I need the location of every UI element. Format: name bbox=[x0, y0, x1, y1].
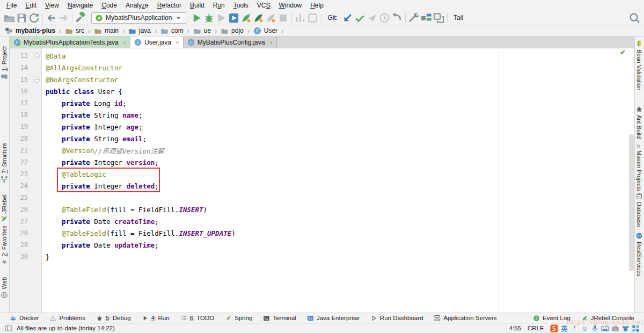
git-update-icon[interactable] bbox=[341, 12, 354, 24]
toolwindow-toggle-icon[interactable] bbox=[4, 324, 13, 332]
tool-stripe-database[interactable]: Database bbox=[635, 192, 643, 227]
tab-close-icon[interactable]: × bbox=[123, 39, 126, 46]
breadcrumb-pojo[interactable]: pojo bbox=[220, 27, 244, 35]
sync-settings-icon[interactable] bbox=[433, 12, 445, 24]
memory-disabled-icon[interactable] bbox=[306, 12, 319, 24]
menu-analyze[interactable]: Analyze bbox=[121, 1, 153, 10]
code-line[interactable]: @AllArgsConstructor bbox=[46, 62, 634, 74]
toolwindow-button-event-log[interactable]: 2Event Log bbox=[528, 315, 576, 322]
code-line[interactable]: private Date updateTime; bbox=[46, 239, 634, 251]
tool-stripe-1-project[interactable]: 1: Project bbox=[1, 46, 8, 81]
menu-run[interactable]: Run bbox=[209, 1, 229, 10]
save-icon[interactable] bbox=[16, 12, 28, 24]
debug-icon[interactable] bbox=[203, 12, 215, 24]
line-separator[interactable]: CRLF bbox=[528, 325, 544, 331]
menu-build[interactable]: Build bbox=[186, 1, 209, 10]
code-line[interactable]: private Date createTime; bbox=[46, 215, 634, 227]
code-line[interactable]: private Integer version; bbox=[46, 156, 634, 168]
folder-open-icon[interactable] bbox=[3, 12, 16, 24]
code-line[interactable]: @TableField(fill = FieldFill.INSERT) bbox=[46, 204, 634, 215]
tool-stripe-restservices[interactable]: RestServices bbox=[635, 232, 643, 277]
jrebel-run-icon[interactable] bbox=[240, 12, 252, 24]
tab-mybatisplusconfig-java[interactable]: CMyBatisPlusConfig.java× bbox=[184, 37, 277, 48]
code-line[interactable]: private Long id; bbox=[46, 97, 634, 109]
toolwindow-button-problems[interactable]: Problems bbox=[44, 315, 91, 322]
search-icon[interactable] bbox=[628, 12, 641, 24]
code-line[interactable]: @TableLogic bbox=[46, 168, 634, 180]
emoji-icon[interactable]: ☺ bbox=[581, 324, 589, 332]
tab-close-icon[interactable]: × bbox=[269, 39, 273, 46]
toolwindow-button-6-todo[interactable]: 6: TODO bbox=[175, 315, 220, 322]
code-line[interactable]: @Version//乐观锁Version注解 bbox=[46, 144, 634, 156]
menu-file[interactable]: File bbox=[2, 1, 21, 10]
toolwindow-button-run-dashboard[interactable]: Run Dashboard bbox=[365, 315, 429, 322]
code-line[interactable]: public class User { bbox=[46, 85, 634, 97]
run-icon[interactable] bbox=[191, 12, 203, 24]
git-revert-icon[interactable] bbox=[391, 12, 403, 24]
code-line[interactable]: @NoArgsConstructor bbox=[46, 74, 634, 85]
breadcrumb-com[interactable]: com bbox=[160, 27, 184, 35]
microphone-icon[interactable] bbox=[591, 324, 599, 332]
grid-icon[interactable] bbox=[632, 324, 640, 332]
breadcrumb-java[interactable]: java bbox=[128, 27, 151, 35]
toolwindow-button-docker[interactable]: Docker bbox=[4, 315, 44, 322]
code-line[interactable]: private String email; bbox=[46, 133, 634, 144]
run-disabled-icon[interactable] bbox=[215, 12, 228, 24]
toolbox-icon[interactable]: tu bbox=[611, 324, 619, 332]
menu-refactor[interactable]: Refactor bbox=[153, 1, 186, 10]
toolwindow-button-5-debug[interactable]: 5: Debug bbox=[91, 315, 136, 322]
menu-vcs[interactable]: VCS bbox=[253, 1, 275, 10]
code-line[interactable]: private String name; bbox=[46, 109, 634, 121]
coverage-icon[interactable] bbox=[228, 12, 240, 24]
git-history-disabled-icon[interactable] bbox=[378, 12, 391, 24]
tool-stripe-maven-projects[interactable]: mMaven Projects bbox=[635, 141, 643, 191]
code-line[interactable]: @TableField(fill = FieldFill.INSERT_UPDA… bbox=[46, 227, 634, 239]
menu-code[interactable]: Code bbox=[97, 1, 121, 10]
menu-view[interactable]: View bbox=[41, 1, 63, 10]
tool-stripe-7-structure[interactable]: 7: Structure bbox=[1, 143, 8, 183]
toolwindow-button-spring[interactable]: Spring bbox=[219, 315, 258, 322]
hammer-icon[interactable] bbox=[75, 12, 87, 24]
git-shelve-disabled-icon[interactable] bbox=[366, 12, 378, 24]
breadcrumb-src[interactable]: src bbox=[64, 27, 85, 35]
tool-stripe-bean-validation[interactable]: Bean Validation bbox=[635, 40, 643, 90]
keyboard-icon[interactable] bbox=[601, 324, 609, 332]
jrebel-disabled-icon[interactable] bbox=[265, 12, 277, 24]
stop-disabled-icon[interactable] bbox=[277, 12, 289, 24]
tab-mybatisplusapplicationtests-java[interactable]: CMybatisPlusApplicationTests.java× bbox=[10, 37, 130, 48]
code-pane[interactable]: @Data@AllArgsConstructor@NoArgsConstruct… bbox=[42, 48, 634, 313]
tool-stripe-web[interactable]: Web bbox=[1, 277, 8, 299]
menu-help[interactable]: Help bbox=[306, 1, 328, 10]
tool-stripe-ant-build[interactable]: Ant Build bbox=[635, 105, 643, 139]
breadcrumb-mybatis-plus[interactable]: mybatis-plus bbox=[4, 27, 56, 35]
skin-icon[interactable] bbox=[621, 324, 630, 332]
tool-stripe-jrebel[interactable]: JRebel bbox=[1, 194, 8, 222]
back-icon[interactable] bbox=[45, 12, 57, 24]
code-line[interactable]: } bbox=[46, 251, 634, 263]
menu-tools[interactable]: Tools bbox=[229, 1, 253, 10]
breadcrumb-user[interactable]: CUser bbox=[253, 27, 278, 35]
tab-user-java[interactable]: CUser.java× bbox=[130, 37, 183, 48]
lang-cn-icon[interactable]: 英 bbox=[560, 324, 568, 332]
profiler-disabled-icon[interactable] bbox=[294, 12, 306, 24]
toolwindow-button-terminal[interactable]: Terminal bbox=[258, 315, 301, 322]
jrebel-debug-icon[interactable] bbox=[252, 12, 265, 24]
fold-collapse-icon[interactable]: − bbox=[34, 53, 40, 59]
menu-navigate[interactable]: Navigate bbox=[63, 1, 97, 10]
refresh-icon[interactable] bbox=[28, 12, 40, 24]
forward-icon[interactable] bbox=[57, 12, 70, 24]
wrench-icon[interactable] bbox=[408, 12, 420, 24]
code-line[interactable]: private Integer age; bbox=[46, 121, 634, 133]
code-line[interactable] bbox=[46, 192, 634, 204]
run-configuration-select[interactable]: MybatisPlusApplication bbox=[91, 12, 186, 24]
menu-window[interactable]: Window bbox=[274, 1, 306, 10]
toolwindow-button-jrebel-console[interactable]: JRebel Console bbox=[576, 315, 640, 322]
git-commit-icon[interactable] bbox=[354, 12, 366, 24]
fold-collapse-icon[interactable]: − bbox=[34, 77, 40, 83]
code-line[interactable]: private Integer deleted; bbox=[46, 180, 634, 192]
toolwindow-button-application-servers[interactable]: Application Servers bbox=[428, 315, 502, 322]
apostrophe-icon[interactable]: ’ bbox=[570, 324, 579, 332]
modules-icon[interactable] bbox=[420, 12, 433, 24]
caret-position[interactable]: 4:55 bbox=[509, 325, 521, 331]
code-line[interactable]: @Data bbox=[46, 50, 634, 62]
